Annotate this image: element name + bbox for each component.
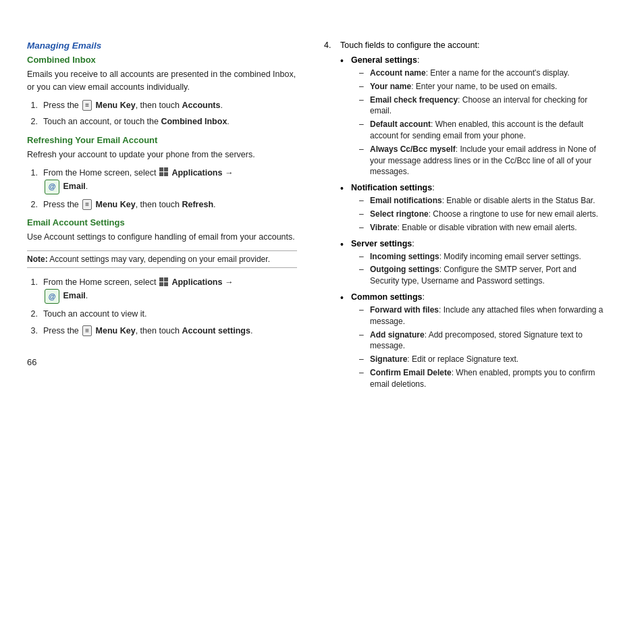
- dash: –: [359, 304, 366, 316]
- item-text: Account name: Enter a name for the accou…: [370, 68, 570, 79]
- page-container: Managing Emails Combined Inbox Emails yo…: [27, 41, 617, 402]
- item-text: Incoming settings: Modify incoming email…: [370, 251, 581, 263]
- item-text: Confirm Email Delete: When enabled, prom…: [370, 367, 608, 390]
- list-item: 3. Press the ≡ Menu Key, then touch Acco…: [27, 325, 297, 338]
- list-item: 2. Touch an account, or touch the Combin…: [27, 115, 297, 128]
- dash: –: [359, 264, 366, 275]
- step-content: Press the ≡ Menu Key, then touch Account…: [43, 325, 297, 338]
- apps-grid-icon: [159, 277, 169, 287]
- menu-key-label: Menu Key: [96, 200, 136, 209]
- item-label: Outgoing settings: [370, 265, 439, 274]
- menu-key-icon: ≡: [82, 325, 92, 336]
- item-label: Vibrate: [370, 223, 397, 232]
- combined-inbox-title: Combined Inbox: [27, 55, 297, 65]
- dash: –: [359, 209, 366, 220]
- bullet-dot: •: [340, 55, 347, 67]
- item-text: Always Cc/Bcc myself: Include your email…: [370, 144, 608, 178]
- list-item: – Your name: Enter your name, to be used…: [359, 81, 608, 92]
- item-text: Email notifications: Enable or disable a…: [370, 195, 595, 207]
- step-content: Press the ≡ Menu Key, then touch Account…: [43, 99, 297, 112]
- dash: –: [359, 119, 366, 130]
- account-settings-label: Account settings: [182, 326, 250, 336]
- step-num: 2.: [27, 198, 38, 211]
- dash: –: [359, 95, 366, 106]
- item-text: Email check frequency: Choose an interva…: [370, 95, 608, 117]
- dash: –: [359, 68, 366, 79]
- list-item: – Select ringtone: Choose a ringtone to …: [359, 209, 598, 220]
- section-content: Common settings: – Forward with files: I…: [351, 292, 608, 393]
- step4-intro: Touch fields to configure the account:: [340, 41, 479, 50]
- arrow-icon: →: [225, 277, 234, 287]
- item-text: Forward with files: Include any attached…: [370, 304, 608, 327]
- note-label: Note:: [27, 254, 48, 264]
- notification-settings-items: – Email notifications: Enable or disable…: [359, 195, 598, 233]
- bullet-item: • Server settings: – Incoming settings: …: [340, 239, 608, 290]
- subsection-combined-inbox: Combined Inbox Emails you receive to all…: [27, 55, 297, 128]
- step-content: Press the ≡ Menu Key, then touch Refresh…: [43, 198, 297, 211]
- list-item: – Account name: Enter a name for the acc…: [359, 68, 608, 79]
- list-item: – Add signature: Add precomposed, stored…: [359, 329, 608, 352]
- menu-key-label: Menu Key: [96, 101, 136, 110]
- item-label: Email notifications: [370, 196, 442, 205]
- server-settings-title: Server settings: [351, 239, 412, 248]
- item-label: Confirm Email Delete: [370, 368, 452, 377]
- item-label: Select ringtone: [370, 209, 429, 219]
- dash: –: [359, 367, 366, 379]
- item-label: Account name: [370, 68, 426, 78]
- section-content: Server settings: – Incoming settings: Mo…: [351, 239, 608, 290]
- item-label: Incoming settings: [370, 252, 439, 261]
- section-title: Managing Emails: [27, 41, 297, 51]
- refresh-label: Refresh: [182, 200, 213, 209]
- bullet-item: • Common settings: – Forward with files:…: [340, 292, 608, 393]
- email-account-settings-steps: 1. From the Home screen, select Applicat…: [27, 276, 297, 337]
- list-item: 2. Touch an account to view it.: [27, 308, 297, 321]
- step-content: Touch fields to configure the account: •…: [340, 41, 608, 396]
- refreshing-email-body: Refresh your account to update your phon…: [27, 149, 297, 161]
- server-settings-items: – Incoming settings: Modify incoming ema…: [359, 251, 608, 287]
- item-text: Outgoing settings: Configure the SMTP se…: [370, 264, 608, 287]
- accounts-label: Accounts: [182, 101, 220, 110]
- item-label: Add signature: [370, 330, 425, 340]
- menu-key-icon: ≡: [82, 199, 92, 210]
- notification-settings-title: Notification settings: [351, 183, 432, 192]
- list-item: 1. From the Home screen, select Applicat…: [27, 167, 297, 194]
- right-step-list: 4. Touch fields to configure the account…: [324, 41, 608, 396]
- email-label: Email: [63, 182, 85, 191]
- bullet-dot: •: [340, 239, 347, 250]
- common-settings-items: – Forward with files: Include any attach…: [359, 304, 608, 390]
- step-num: 2.: [27, 115, 38, 128]
- step-content: From the Home screen, select Application…: [43, 167, 297, 194]
- dash: –: [359, 251, 366, 263]
- item-text: Signature: Edit or replace Signature tex…: [370, 354, 518, 365]
- step-content: From the Home screen, select Application…: [43, 276, 297, 304]
- list-item: – Forward with files: Include any attach…: [359, 304, 608, 327]
- step-num: 1.: [27, 99, 38, 112]
- step-content: Touch an account, or touch the Combined …: [43, 115, 297, 128]
- list-item: – Signature: Edit or replace Signature t…: [359, 354, 608, 365]
- list-item: 4. Touch fields to configure the account…: [324, 41, 608, 396]
- section-content: General settings: – Account name: Enter …: [351, 55, 608, 180]
- item-label: Email check frequency: [370, 95, 458, 105]
- combined-inbox-label: Combined Inbox: [161, 117, 227, 126]
- email-account-settings-body: Use Account settings to configure handli…: [27, 231, 297, 244]
- general-settings-items: – Account name: Enter a name for the acc…: [359, 68, 608, 178]
- dash: –: [359, 354, 366, 365]
- item-label: Your name: [370, 82, 411, 91]
- step-num: 2.: [27, 308, 38, 321]
- item-text: Your name: Enter your name, to be used o…: [370, 81, 557, 92]
- dash: –: [359, 329, 366, 341]
- item-text: Add signature: Add precomposed, stored S…: [370, 329, 608, 352]
- dash: –: [359, 144, 366, 155]
- right-column: 4. Touch fields to configure the account…: [324, 41, 608, 402]
- email-account-settings-title: Email Account Settings: [27, 217, 297, 227]
- menu-key-icon: ≡: [82, 100, 92, 111]
- step-num: 1.: [27, 276, 38, 289]
- list-item: 2. Press the ≡ Menu Key, then touch Refr…: [27, 198, 297, 211]
- step-num: 1.: [27, 167, 38, 180]
- email-label: Email: [63, 291, 85, 300]
- item-label: Always Cc/Bcc myself: [370, 144, 456, 154]
- refreshing-email-title: Refreshing Your Email Account: [27, 135, 297, 145]
- applications-label: Applications: [171, 168, 222, 178]
- section-content: Notification settings: – Email notificat…: [351, 183, 598, 236]
- left-column: Managing Emails Combined Inbox Emails yo…: [27, 41, 297, 402]
